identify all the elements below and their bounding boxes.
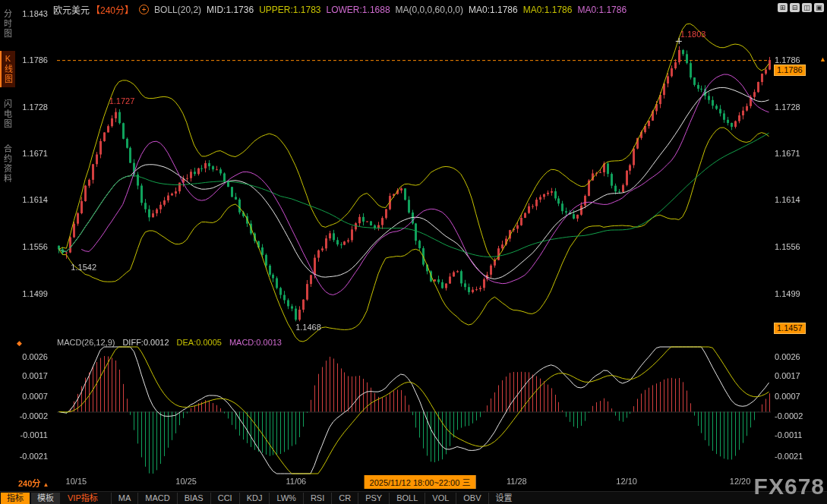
axis-label-right: 1.1786	[775, 55, 800, 65]
toolbar-tab-vip[interactable]: VIP指标	[62, 493, 104, 504]
boll-lower-value: LOWER:1.1688	[327, 5, 390, 15]
axis-label-left: -0.0011	[0, 430, 52, 439]
axis-label-right: 0.0017	[775, 371, 800, 380]
crosshair-date-readout: 2025/11/12 18:00~22:00 三	[365, 475, 476, 489]
macd-params-label: MACD(26,12,9)	[57, 338, 115, 347]
toolbar-tab-normal[interactable]: 模板	[31, 493, 60, 504]
macd-header: MACD(26,12,9) DIFF:0.0012 DEA:0.0005 MAC…	[57, 338, 282, 347]
axis-label-left: 1.1556	[0, 242, 52, 251]
date-tick: 11/06	[286, 477, 307, 486]
price-annotation: 1.1468	[295, 323, 321, 332]
period-tag: 【240分】	[91, 3, 134, 16]
ma0-value-3: MA0:1.1786	[577, 5, 627, 15]
boll-label: BOLL(20,2)	[154, 5, 201, 15]
toolbar-indicator-macd[interactable]: MACD	[137, 493, 176, 504]
vertical-split-icon[interactable]: ◫	[802, 3, 812, 12]
axis-label-left: 1.1614	[0, 195, 52, 204]
toolbar-indicator-bias[interactable]: BIAS	[177, 493, 210, 504]
watermark: FX678	[754, 474, 825, 499]
toolbar-indicator-rsi[interactable]: RSI	[303, 493, 331, 504]
ma0-value-2: MA0:1.1786	[523, 5, 573, 15]
axis-label-right: -0.0021	[775, 452, 803, 461]
price-up-arrow-icon: ▲	[819, 55, 826, 63]
sidebar-item-kline[interactable]: K线图	[0, 51, 15, 87]
ma0-value-1: MA0:1.1786	[469, 5, 518, 15]
axis-label-left: -0.0002	[0, 411, 52, 421]
indicator-toolbar: 指标模板VIP指标MAMACDBIASCCIKDJLW%RSICRPSYBOLL…	[0, 491, 827, 504]
price-annotation: 1.1803	[680, 30, 706, 39]
add-indicator-icon[interactable]: +	[139, 5, 149, 14]
toolbar-indicator-vol[interactable]: VOL	[425, 493, 456, 504]
macd-macd-value: MACD:0.0013	[229, 338, 282, 347]
macd-dea-value: DEA:0.0005	[177, 338, 222, 347]
toolbar-indicator-设置[interactable]: 设置	[488, 493, 519, 504]
price-chart-canvas[interactable]	[0, 0, 827, 504]
symbol-name: 欧元美元	[53, 3, 90, 16]
axis-label-right: 0.0007	[775, 392, 800, 401]
date-tick: 12/20	[730, 477, 751, 486]
toolbar-indicator-boll[interactable]: BOLL	[389, 493, 425, 504]
period-dropdown-icon: ▲	[43, 481, 49, 488]
chart-type-sidebar: 分时图K线图闪电图合约资料	[0, 6, 14, 187]
axis-label-right: 0.0026	[775, 352, 800, 361]
price-annotation: 1.1542	[71, 263, 96, 272]
axis-label-left: -0.0021	[0, 452, 52, 461]
axis-label-right: -0.0011	[775, 430, 803, 439]
current-price-badge: 1.1786	[774, 65, 806, 76]
sidebar-item-view[interactable]: 合约资料	[1, 141, 14, 187]
date-tick: 10/15	[66, 477, 87, 486]
price-annotation: 1.1727	[109, 96, 135, 106]
ma-group-label: MA(0,0,0,60,0,0)	[396, 5, 463, 15]
axis-label-right: -0.0002	[775, 411, 803, 421]
toolbar-indicator-obv[interactable]: OBV	[456, 493, 488, 504]
macd-diff-value: DIFF:0.0012	[122, 338, 169, 347]
date-tick: 12/10	[616, 477, 637, 486]
toolbar-indicator-psy[interactable]: PSY	[358, 493, 389, 504]
time-axis: 240分 ▲ 2025/11/12 18:00~22:00 三 10/1510/…	[0, 475, 827, 489]
sidebar-item-view[interactable]: 分时图	[1, 6, 14, 42]
period-selector-label: 240分	[18, 479, 40, 488]
toolbar-indicator-kdj[interactable]: KDJ	[239, 493, 270, 504]
date-tick: 11/28	[507, 477, 527, 486]
toolbar-indicator-lw%[interactable]: LW%	[269, 493, 302, 504]
axis-label-right: 1.1614	[775, 195, 800, 204]
grid-layout-icon[interactable]: ⊞	[778, 3, 788, 12]
toolbar-indicator-cci[interactable]: CCI	[210, 493, 239, 504]
macd-section-icon: ◆	[17, 339, 22, 347]
toolbar-indicator-ma[interactable]: MA	[111, 493, 138, 504]
date-tick: 10/25	[175, 477, 197, 486]
maximize-icon[interactable]: ▣	[814, 3, 824, 12]
boll-mid-value: MID:1.1736	[207, 5, 254, 15]
axis-label-left: 0.0017	[0, 371, 52, 380]
period-selector[interactable]: 240分 ▲	[18, 477, 49, 489]
window-layout-icons: ⊞⊟◫▣	[778, 3, 824, 12]
axis-label-left: 0.0026	[0, 352, 52, 361]
toolbar-tab-active[interactable]: 指标	[1, 493, 30, 504]
chart-window: 欧元美元 【240分】 + BOLL(20,2) MID:1.1736 UPPE…	[0, 0, 827, 504]
axis-label-left: 0.0007	[0, 392, 52, 401]
axis-label-left: 1.1499	[0, 289, 52, 298]
toolbar-indicator-cr[interactable]: CR	[331, 493, 358, 504]
axis-label-right: 1.1556	[775, 242, 800, 251]
chart-header: 欧元美元 【240分】 + BOLL(20,2) MID:1.1736 UPPE…	[53, 3, 627, 16]
axis-label-right: 1.1728	[775, 102, 800, 112]
boll-upper-value: UPPER:1.1783	[259, 5, 320, 15]
axis-label-right: 1.1671	[775, 149, 800, 158]
sidebar-item-view[interactable]: 闪电图	[1, 96, 14, 132]
low-price-badge: 1.1457	[774, 323, 806, 334]
horizontal-split-icon[interactable]: ⊟	[790, 3, 800, 12]
axis-label-right: 1.1499	[775, 289, 800, 298]
